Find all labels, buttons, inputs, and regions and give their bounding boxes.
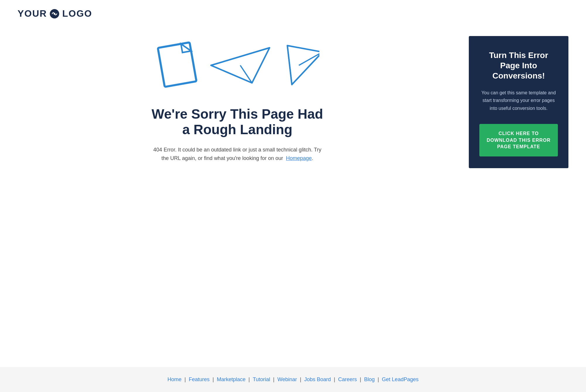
svg-point-1 — [54, 13, 55, 15]
right-panel: Turn This Error Page Into Conversions! Y… — [469, 36, 568, 168]
footer-separator: | — [185, 376, 186, 383]
footer-nav-item-jobs-board[interactable]: Jobs Board — [304, 376, 331, 383]
cta-button[interactable]: CLICK HERE TO DOWNLOAD THIS ERROR PAGE T… — [479, 124, 558, 156]
logo-text-before: YOUR — [18, 8, 47, 19]
footer-nav-item-home[interactable]: Home — [168, 376, 182, 383]
footer-nav-item-features[interactable]: Features — [189, 376, 209, 383]
footer-nav: Home | Features | Marketplace | Tutorial… — [18, 376, 568, 383]
panel-heading: Turn This Error Page Into Conversions! — [479, 50, 558, 81]
footer-separator: | — [300, 376, 301, 383]
header: YOUR LOGO — [0, 0, 586, 27]
footer-separator: | — [273, 376, 275, 383]
paper-icon — [155, 39, 202, 92]
error-body: 404 Error. It could be an outdated link … — [152, 146, 322, 163]
footer-nav-item-webinar[interactable]: Webinar — [277, 376, 297, 383]
main-content: We're Sorry This Page Had a Rough Landin… — [0, 27, 586, 367]
panel-body: You can get this same template and start… — [479, 89, 558, 112]
footer-separator: | — [248, 376, 250, 383]
homepage-link[interactable]: Homepage — [286, 155, 312, 161]
footer: Home | Features | Marketplace | Tutorial… — [0, 367, 586, 392]
logo-icon — [49, 8, 60, 19]
footer-nav-item-tutorial[interactable]: Tutorial — [253, 376, 270, 383]
paper-plane-2-icon — [278, 42, 319, 89]
left-section: We're Sorry This Page Had a Rough Landin… — [18, 33, 457, 162]
footer-separator: | — [334, 376, 335, 383]
illustration — [146, 39, 328, 92]
footer-separator: | — [378, 376, 379, 383]
footer-separator: | — [360, 376, 361, 383]
footer-nav-item-get-leadpages[interactable]: Get LeadPages — [382, 376, 418, 383]
footer-nav-item-careers[interactable]: Careers — [338, 376, 357, 383]
logo: YOUR LOGO — [18, 8, 568, 19]
paper-plane-1-icon — [208, 45, 272, 86]
error-heading: We're Sorry This Page Had a Rough Landin… — [146, 106, 328, 137]
footer-nav-item-marketplace[interactable]: Marketplace — [217, 376, 246, 383]
footer-nav-item-blog[interactable]: Blog — [364, 376, 375, 383]
logo-text-after: LOGO — [62, 8, 92, 19]
svg-rect-2 — [158, 42, 197, 87]
footer-separator: | — [212, 376, 214, 383]
